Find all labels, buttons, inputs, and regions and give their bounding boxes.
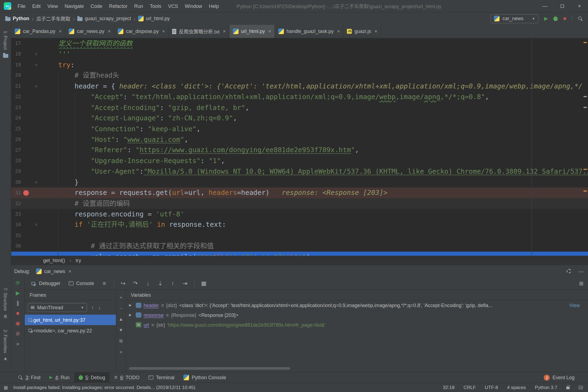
close-icon[interactable]: × (571, 0, 588, 12)
status-line-separator[interactable]: CRLF (464, 385, 476, 390)
stop-button[interactable]: ■ (563, 16, 566, 22)
line-number[interactable]: 26 (11, 134, 21, 145)
menu-item-window[interactable]: Window (181, 1, 206, 11)
nav-crumb-file[interactable]: url_html.py (138, 16, 170, 22)
menu-item-file[interactable]: File (14, 1, 29, 11)
run-to-cursor-icon[interactable]: ⇥ (180, 280, 190, 287)
line-number[interactable]: 17 (11, 38, 21, 49)
close-icon[interactable]: × (223, 29, 226, 34)
more-icon[interactable]: » (16, 341, 19, 346)
more-icon[interactable]: » (120, 350, 122, 354)
run-button[interactable]: ▶ (544, 16, 548, 22)
line-number[interactable]: 23 (11, 102, 21, 113)
error-stripe-mark[interactable] (583, 107, 587, 108)
tool-button-debug[interactable]: 5: Debug (74, 372, 110, 383)
step-over-icon[interactable]: ↷ (130, 280, 140, 287)
fold-marker-icon[interactable]: > (32, 49, 41, 60)
menu-item-vcs[interactable]: VCS (165, 1, 182, 11)
evaluate-expression-icon[interactable]: ▦ (199, 280, 209, 287)
expand-arrow-icon[interactable]: ▶ (129, 303, 134, 307)
code-text[interactable]: # 通过正则表达式获取了相关的字段和值 (41, 241, 588, 252)
breakpoint-gutter[interactable] (21, 188, 32, 198)
debug-button[interactable] (553, 16, 558, 21)
code-text[interactable]: "Host": "www.guazi.com", (41, 134, 588, 145)
code-text[interactable]: # 设置返回的编码 (41, 198, 588, 209)
breadcrumb-item-function[interactable]: get_html() (43, 258, 65, 263)
line-number[interactable]: 22 (11, 91, 21, 102)
close-icon[interactable]: × (59, 29, 62, 34)
line-number[interactable]: 29 (11, 166, 21, 177)
editor-tab[interactable]: url_html.py× (229, 25, 275, 38)
scroll-down-icon[interactable]: ▼ (119, 328, 123, 332)
layout-settings-icon[interactable]: ⊞ (579, 280, 583, 286)
minimize-icon[interactable]: — (536, 0, 553, 12)
close-icon[interactable]: × (68, 268, 71, 274)
status-file-encoding[interactable]: UTF-8 (485, 385, 498, 390)
code-text[interactable]: } (41, 177, 588, 188)
fold-marker-icon[interactable]: > (32, 219, 41, 230)
code-text[interactable]: "Upgrade-Insecure-Requests": "1", (41, 155, 588, 166)
previous-frame-icon[interactable]: ↑ (91, 305, 94, 310)
menu-item-refactor[interactable]: Refactor (106, 1, 131, 11)
code-text[interactable]: "Accept-Encoding": "gzip, deflate, br", (41, 102, 588, 113)
mute-breakpoints-icon[interactable]: ⊘ (16, 331, 20, 336)
tool-window-switcher-icon[interactable]: ▦ (4, 385, 8, 390)
editor-tab[interactable]: car_news.py× (65, 25, 114, 38)
add-watch-icon[interactable]: + (120, 295, 122, 300)
tool-button-find[interactable]: 3: Find (14, 372, 45, 383)
line-number[interactable]: 35 (11, 230, 21, 241)
expand-arrow-icon[interactable]: ▶ (129, 313, 134, 317)
menu-item-navigate[interactable]: Navigate (61, 1, 87, 11)
close-icon[interactable]: × (108, 29, 111, 34)
fold-marker-icon[interactable]: > (32, 60, 41, 70)
line-number[interactable]: 36 (11, 241, 21, 252)
status-interpreter[interactable]: Python 3.7 (535, 385, 557, 390)
horizontal-scrollbar[interactable] (129, 367, 290, 370)
breadcrumb-item-block[interactable]: try (76, 258, 81, 263)
code-text[interactable]: 定义一个获取网页的函数 (41, 38, 588, 49)
editor[interactable]: 17 定义一个获取网页的函数18> '''19> try:20 # 设置head… (11, 38, 588, 256)
line-number[interactable]: 27 (11, 145, 21, 155)
code-text[interactable]: "Accept": "text/html,application/xhtml+x… (41, 91, 588, 102)
tab-debugger[interactable]: Debugger (29, 277, 63, 290)
code-text[interactable]: header = { header: <class 'dict'>: {'Acc… (41, 81, 588, 91)
tab-console[interactable]: Console (66, 277, 97, 290)
code-text[interactable]: ''' (41, 49, 588, 60)
rerun-debug-icon[interactable]: ⟳ (16, 280, 20, 285)
editor-tab[interactable]: handle_guazi_task.py× (275, 25, 344, 38)
line-number[interactable]: 18 (11, 49, 21, 60)
menu-item-run[interactable]: Run (131, 1, 147, 11)
view-breakpoints-icon[interactable]: ◉ (16, 321, 20, 326)
close-icon[interactable]: × (268, 29, 271, 34)
editor-tab[interactable]: 反爬虫策略分析.txt× (169, 25, 229, 38)
remove-watch-icon[interactable]: − (120, 306, 122, 311)
code-text[interactable]: try: (41, 60, 588, 70)
show-execution-point-icon[interactable]: ↪ (118, 280, 128, 287)
force-step-into-icon[interactable]: ⇣ (155, 280, 165, 287)
tool-button-terminal[interactable]: Terminal (144, 372, 179, 383)
pause-icon[interactable]: ∥ (17, 300, 19, 305)
editor-tab[interactable]: car_Pandas.py× (11, 25, 65, 38)
line-number[interactable]: 21 (11, 81, 21, 91)
stop-icon[interactable]: ■ (16, 311, 20, 316)
view-link[interactable]: View (569, 302, 584, 308)
code-text[interactable]: response = requests.get(url=url, headers… (41, 188, 588, 198)
line-number[interactable]: 19 (11, 60, 21, 70)
menu-item-view[interactable]: View (44, 1, 61, 11)
close-icon[interactable]: × (374, 29, 377, 34)
debug-session-tab[interactable]: car_news × (34, 265, 74, 277)
tool-button-pythonconsole[interactable]: Python Console (179, 372, 231, 383)
line-number[interactable]: 20 (11, 70, 21, 81)
maximize-icon[interactable] (553, 0, 571, 12)
tool-button-run[interactable]: ▶4: Run (45, 372, 74, 383)
tool-button-eventlog[interactable]: 2Event Log (540, 372, 579, 383)
error-stripe-mark[interactable] (583, 191, 587, 192)
hide-panel-icon[interactable]: — (579, 268, 584, 274)
thread-select[interactable]: MainThread ▼ (28, 303, 87, 312)
run-configuration-select[interactable]: car_news ▼ (491, 14, 538, 23)
code-text[interactable]: "User-Agent":"Mozilla/5.0 (Windows NT 10… (41, 166, 588, 177)
status-caret-position[interactable]: 32:18 (443, 385, 455, 390)
code-text[interactable]: "Accept-Language": "zh-CN,zh;q=0.9", (41, 113, 588, 124)
error-stripe-mark[interactable] (583, 96, 587, 97)
search-everywhere-icon[interactable] (578, 16, 583, 21)
